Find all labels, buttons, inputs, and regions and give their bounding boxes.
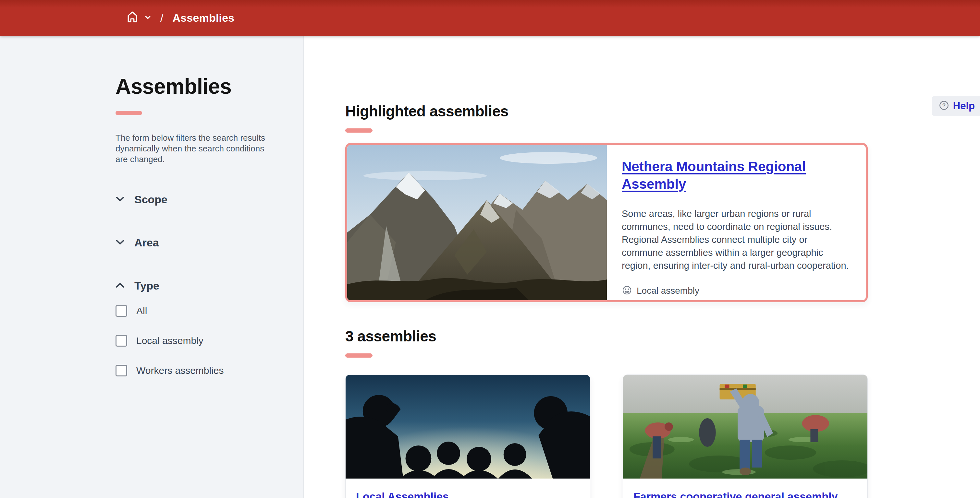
assembly-card-local-assemblies[interactable]: Local Assemblies 2 [345,374,590,498]
card-body: Farmers cooperative general assembly [623,479,867,498]
chevron-up-icon [116,282,125,290]
assembly-cards-row: Local Assemblies 2 [345,374,868,498]
help-button[interactable]: ? Help [932,96,980,116]
heading-accent-bar [345,354,372,358]
card-title-link[interactable]: Farmers cooperative general assembly [633,490,838,498]
card-image-silhouettes [345,375,590,479]
question-circle-icon: ? [939,100,949,112]
breadcrumb-current: Assemblies [172,12,234,24]
page-layout: Assemblies The form below filters the se… [0,36,980,498]
help-button-label: Help [953,100,975,112]
highlighted-assembly-card[interactable]: Nethera Mountains Regional Assembly Some… [345,143,868,302]
checkbox-label-all: All [136,305,147,316]
checkbox-all[interactable] [116,305,127,317]
highlighted-card-title-link[interactable]: Nethera Mountains Regional Assembly [622,159,806,192]
heading-accent-bar [345,128,372,133]
highlighted-section-heading: Highlighted assemblies [345,36,980,120]
card-body: Local Assemblies 2 [345,479,590,498]
filters-sidebar: Assemblies The form below filters the se… [0,36,304,498]
svg-text:?: ? [942,103,946,109]
results-section-heading: 3 assemblies [345,327,980,345]
filter-label-type: Type [134,279,159,292]
filter-toggle-scope[interactable]: Scope [116,193,268,206]
filter-toggle-type[interactable]: Type [116,279,268,292]
filter-section-type: Type All Local assembly Workers assembli… [116,279,268,376]
chevron-down-icon [145,15,151,21]
checkbox-row-local-assembly[interactable]: Local assembly [116,335,268,347]
highlighted-card-meta: Local assembly [622,285,851,297]
filter-label-area: Area [134,236,159,249]
checkbox-local-assembly[interactable] [116,335,127,347]
checkbox-label-workers-assemblies: Workers assemblies [136,365,224,376]
card-image-farm-field [623,375,867,479]
globe-icon [622,285,632,297]
checkbox-workers-assemblies[interactable] [116,365,127,376]
highlighted-card-image [347,145,607,300]
highlighted-card-description: Some areas, like larger urban regions or… [622,207,851,272]
breadcrumb-home[interactable] [125,10,151,26]
page-title: Assemblies [116,74,268,98]
assembly-card-farmers-cooperative[interactable]: Farmers cooperative general assembly [623,374,868,498]
checkbox-row-workers-assemblies[interactable]: Workers assemblies [116,365,268,376]
filters-description: The form below filters the search result… [116,133,268,165]
breadcrumb-separator: / [160,12,163,24]
highlighted-card-type-label: Local assembly [637,285,699,296]
filter-section-area: Area [116,236,268,249]
home-icon [125,10,140,26]
title-accent-bar [116,111,142,115]
checkbox-label-local-assembly: Local assembly [136,335,204,346]
main-content: ? Help Highlighted assemblies [304,36,980,498]
filter-toggle-area[interactable]: Area [116,236,268,249]
topbar: / Assemblies [0,0,980,36]
card-title-link[interactable]: Local Assemblies [356,490,449,498]
filter-section-scope: Scope [116,193,268,206]
highlighted-card-content: Nethera Mountains Regional Assembly Some… [607,145,866,300]
filter-options-type: All Local assembly Workers assemblies [116,305,268,376]
checkbox-row-all[interactable]: All [116,305,268,317]
chevron-down-icon [116,239,125,246]
chevron-down-icon [116,196,125,203]
filter-label-scope: Scope [134,193,167,206]
